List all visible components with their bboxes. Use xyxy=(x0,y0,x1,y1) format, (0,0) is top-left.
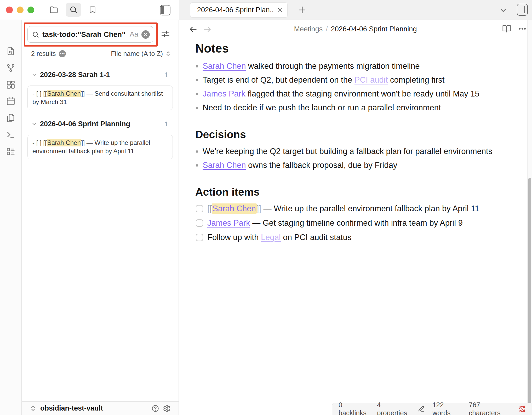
titlebar xyxy=(0,0,179,20)
window-close-button[interactable] xyxy=(6,7,13,13)
chevron-down-icon xyxy=(31,121,37,127)
task-item: [[Sarah Chen]] — Write up the parallel e… xyxy=(195,202,522,215)
calendar-icon[interactable] xyxy=(6,96,15,106)
bookmark-icon[interactable] xyxy=(88,6,97,14)
scrollbar-track[interactable] xyxy=(527,20,532,415)
task-text: James Park — Get staging timeline confir… xyxy=(207,217,463,229)
bullet-item: Need to decide if we push the launch or … xyxy=(195,101,522,114)
search-more-options-icon[interactable]: ••• xyxy=(59,50,66,57)
vault-switcher[interactable]: obsidian-test-vault xyxy=(22,401,179,415)
scrollbar-thumb[interactable] xyxy=(528,178,531,414)
tab-bar: 2026-04-06 Sprint Plan... xyxy=(179,0,532,20)
wikilink[interactable]: Sarah Chen xyxy=(212,203,256,214)
more-options-icon[interactable] xyxy=(518,24,527,33)
task-checkbox[interactable] xyxy=(196,234,203,241)
wikilink[interactable]: PCI audit xyxy=(354,75,388,84)
tab-close-icon[interactable] xyxy=(276,7,283,13)
word-count[interactable]: 122 words xyxy=(432,401,461,415)
clear-search-button[interactable] xyxy=(141,30,150,39)
backlinks-count[interactable]: 0 backlinks xyxy=(339,401,369,415)
bullet-item: James Park flagged that the staging envi… xyxy=(195,87,522,100)
help-icon[interactable] xyxy=(151,405,159,412)
snippet-match: Sarah Chen xyxy=(47,90,81,97)
note-heading: Notes xyxy=(195,41,522,55)
search-results-list: 2026-03-28 Sarah 1-1 1 - [ ] [[Sarah Che… xyxy=(22,63,179,401)
close-icon xyxy=(144,32,148,37)
search-icon xyxy=(69,5,78,14)
chevrons-up-down-icon xyxy=(30,405,37,412)
note-header: Meetings / 2026-04-06 Sprint Planning xyxy=(179,20,532,38)
canvas-icon[interactable] xyxy=(6,80,15,89)
properties-count[interactable]: 4 properties xyxy=(377,401,410,415)
edit-mode-pencil-icon[interactable] xyxy=(417,405,425,413)
bullet-item: Sarah Chen owns the fallback proposal, d… xyxy=(195,159,522,172)
vault-name: obsidian-test-vault xyxy=(40,404,103,412)
task-text: [[Sarah Chen]] — Write up the parallel e… xyxy=(207,202,479,215)
text-span: — Write up the parallel environment fall… xyxy=(261,204,479,213)
left-ribbon xyxy=(0,20,22,415)
note-editor[interactable]: NotesSarah Chen walked through the payme… xyxy=(195,39,522,246)
reading-view-icon[interactable] xyxy=(502,24,511,33)
window-zoom-button[interactable] xyxy=(27,7,34,13)
wikilink[interactable]: James Park xyxy=(207,218,250,228)
search-result-item[interactable]: - [ ] [[Sarah Chen]] — Write up the para… xyxy=(27,135,173,159)
breadcrumb-folder[interactable]: Meetings xyxy=(294,25,323,33)
text-span: Follow up with xyxy=(207,233,261,242)
search-view-button[interactable] xyxy=(66,3,81,17)
task-checkbox[interactable] xyxy=(196,205,203,212)
result-count-badge: 1 xyxy=(164,120,168,128)
wikilink[interactable]: Sarah Chen xyxy=(203,61,246,71)
tab-list-chevron-icon[interactable] xyxy=(499,6,507,15)
new-tab-icon[interactable] xyxy=(297,5,307,15)
chevrons-up-down-icon xyxy=(165,50,171,57)
file-search-icon[interactable] xyxy=(6,47,15,56)
character-count[interactable]: 767 characters xyxy=(469,401,510,415)
bullet-list: We're keeping the Q2 target but building… xyxy=(195,145,522,172)
wikilink[interactable]: Sarah Chen xyxy=(203,161,246,170)
result-count-badge: 1 xyxy=(164,71,168,79)
snippet-text: - [ ] [[ xyxy=(32,90,47,97)
wikilink[interactable]: James Park xyxy=(203,89,245,98)
search-input[interactable] xyxy=(42,30,127,39)
task-item: Follow up with Legal on PCI audit status xyxy=(195,231,522,244)
result-group-header[interactable]: 2026-04-06 Sprint Planning 1 xyxy=(22,119,179,129)
sync-off-icon[interactable] xyxy=(519,405,526,413)
wikilink-bracket: [[ xyxy=(207,204,212,213)
list-icon[interactable] xyxy=(6,147,15,156)
wikilink[interactable]: Legal xyxy=(261,233,281,242)
snippet-match: Sarah Chen xyxy=(47,139,81,146)
sort-order-button[interactable]: File name (A to Z) xyxy=(111,50,171,58)
folder-icon[interactable] xyxy=(50,6,58,14)
sidebar-left-toggle-icon[interactable] xyxy=(160,5,170,15)
status-bar: 0 backlinks 4 properties 122 words 767 c… xyxy=(332,403,532,415)
tab-active[interactable]: 2026-04-06 Sprint Plan... xyxy=(190,2,288,18)
task-item: James Park — Get staging timeline confir… xyxy=(195,217,522,229)
result-file-name: 2026-03-28 Sarah 1-1 xyxy=(40,71,110,79)
gear-icon[interactable] xyxy=(163,405,171,412)
match-case-toggle[interactable]: Aa xyxy=(130,30,138,38)
task-text: Follow up with Legal on PCI audit status xyxy=(207,231,351,244)
search-results-info: 2 results ••• File name (A to Z) xyxy=(31,48,171,59)
text-span: — Get staging timeline confirmed with in… xyxy=(250,218,463,228)
search-box: Aa xyxy=(27,26,153,43)
graph-icon[interactable] xyxy=(6,63,15,73)
search-input-icon xyxy=(32,31,39,38)
result-file-name: 2026-04-06 Sprint Planning xyxy=(40,120,130,128)
sort-order-label: File name (A to Z) xyxy=(111,50,163,58)
search-settings-icon[interactable] xyxy=(161,29,170,38)
task-checkbox[interactable] xyxy=(196,219,203,227)
breadcrumb-current[interactable]: 2026-04-06 Sprint Planning xyxy=(331,25,417,33)
text-span: on PCI audit status xyxy=(281,233,352,242)
search-result-item[interactable]: - [ ] [[Sarah Chen]] — Send consultant s… xyxy=(27,86,173,110)
text-span: completing first xyxy=(388,75,444,84)
window-minimize-button[interactable] xyxy=(17,7,24,13)
text-span: owns the fallback proposal, due by Frida… xyxy=(246,161,397,170)
note-heading: Decisions xyxy=(195,128,522,141)
terminal-icon[interactable] xyxy=(6,130,15,140)
main-pane: 2026-04-06 Sprint Plan... Meetings / 202… xyxy=(179,0,532,415)
files-icon[interactable] xyxy=(6,113,15,123)
sidebar-right-toggle-icon[interactable] xyxy=(517,4,528,16)
result-group-header[interactable]: 2026-03-28 Sarah 1-1 1 xyxy=(22,70,179,80)
text-span: Target is end of Q2, but dependent on th… xyxy=(203,75,354,84)
search-panel: Aa 2 results ••• File name (A to Z) 2026… xyxy=(22,20,179,415)
